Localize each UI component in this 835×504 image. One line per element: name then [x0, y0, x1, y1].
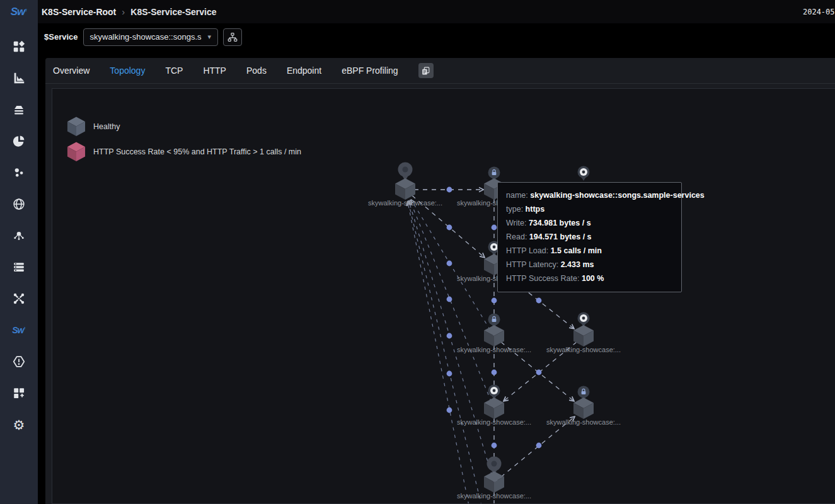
alert-icon — [12, 355, 26, 369]
node-h[interactable]: skywalking-showcase:... — [546, 386, 621, 427]
tooltip-value: 100 % — [582, 274, 604, 283]
healthy-cube-icon — [67, 116, 86, 137]
tooltip-row: HTTP Success Rate: 100 % — [506, 272, 673, 285]
tab-topology[interactable]: Topology — [110, 66, 145, 76]
service-label: $Service — [44, 32, 78, 42]
legend-label: HTTP Success Rate < 95% and HTTP Traffic… — [93, 147, 301, 156]
tooltip-value: https — [526, 205, 545, 214]
sidebar-item-layers[interactable] — [0, 94, 38, 125]
node-gateway[interactable]: skywalking-showcase:... — [368, 163, 442, 207]
chevron-down-icon: ▾ — [208, 33, 212, 41]
legend-item-alert: HTTP Success Rate < 95% and HTTP Traffic… — [67, 139, 301, 164]
tooltip-label: HTTP Success Rate: — [506, 274, 579, 283]
sidebar-item-pie[interactable] — [0, 125, 38, 157]
alert-cube-icon — [67, 141, 86, 163]
gear-icon: ⚙ — [13, 418, 25, 432]
network-icon — [12, 292, 26, 306]
server-list-icon — [12, 260, 26, 274]
edge-i-a[interactable] — [409, 202, 494, 483]
service-select[interactable]: skywalking-showcase::songs.s ▾ — [83, 28, 219, 46]
cluster-icon — [12, 166, 26, 180]
skywalking-icon: Sw — [12, 325, 23, 335]
node-f[interactable]: skywalking-showcase:... — [546, 312, 621, 354]
sidebar-item-settings[interactable]: ⚙ — [0, 409, 38, 440]
legend-label: Healthy — [93, 122, 120, 131]
pie-chart-icon — [12, 134, 26, 148]
sidebar-item-globe[interactable] — [0, 188, 38, 220]
tab-http[interactable]: HTTP — [203, 66, 226, 76]
copy-dashboard-button[interactable] — [418, 63, 434, 78]
widgets-add-icon — [12, 386, 26, 400]
sidebar-item-cluster[interactable] — [0, 157, 38, 188]
tooltip-label: HTTP Load: — [506, 246, 548, 255]
node-i[interactable]: skywalking-showcase:... — [457, 457, 531, 500]
sidebar: Sw’ ⚙ — [0, 23, 38, 504]
node-label: skywalking-showcase:... — [457, 418, 531, 426]
node-e[interactable]: skywalking-showcase:... — [457, 314, 531, 354]
copy-icon — [421, 66, 430, 76]
topology-canvas[interactable]: Healthy HTTP Success Rate < 95% and HTTP… — [52, 88, 835, 504]
tooltip-value: 1.5 calls / min — [551, 246, 602, 255]
sidebar-item-dashboards[interactable] — [0, 31, 38, 62]
tooltip-value: 734.981 bytes / s — [529, 219, 591, 227]
service-panel: Overview Topology TCP HTTP Pods Endpoint… — [45, 58, 835, 504]
tooltip-value: skywalking-showcase::songs.sample-servic… — [530, 191, 705, 200]
tooltip-label: name: — [506, 191, 528, 200]
tooltip-label: HTTP Latency: — [506, 260, 558, 269]
tab-overview[interactable]: Overview — [53, 66, 89, 76]
node-hidden-behind-tooltip[interactable] — [578, 166, 590, 181]
tab-tcp[interactable]: TCP — [165, 66, 183, 76]
sidebar-item-network[interactable] — [0, 283, 38, 314]
tooltip-value: 2.433 ms — [561, 260, 594, 269]
node-label: skywalking-showcase:... — [457, 492, 531, 500]
tooltip-row: name: skywalking-showcase::songs.sample-… — [506, 188, 673, 202]
tab-pods[interactable]: Pods — [246, 66, 267, 76]
service-select-value: skywalking-showcase::songs.s — [90, 32, 202, 42]
layers-icon — [12, 103, 26, 117]
tooltip-value: 194.571 bytes / s — [529, 232, 592, 241]
apps-icon — [12, 40, 26, 54]
chevron-right-icon: › — [122, 6, 125, 17]
time-range-value[interactable]: 2024-05-1 — [803, 8, 835, 16]
node-g[interactable]: skywalking-showcase:... — [457, 385, 531, 427]
sidebar-item-topology-3d[interactable] — [0, 220, 38, 251]
tooltip-label: Read: — [506, 232, 527, 241]
skywalking-logo: Sw — [11, 6, 25, 18]
edge-i-h[interactable] — [494, 417, 574, 483]
tab-endpoint[interactable]: Endpoint — [287, 66, 321, 76]
tooltip-row: type: https — [506, 202, 673, 216]
topology-3d-icon — [12, 229, 26, 243]
breadcrumb-current[interactable]: K8S-Service-Service — [130, 7, 216, 17]
sidebar-item-metrics[interactable] — [0, 62, 38, 94]
logo-swoosh: ’ — [23, 326, 25, 335]
globe-icon — [12, 197, 26, 211]
edge-e-a[interactable] — [412, 200, 494, 336]
bar-chart-icon — [12, 71, 26, 85]
breadcrumb-root[interactable]: K8S-Service-Root — [42, 7, 116, 17]
sidebar-item-services-list[interactable] — [0, 251, 38, 283]
legend-item-healthy: Healthy — [67, 114, 301, 139]
node-label: skywalking-showcase:... — [457, 346, 531, 353]
sitemap-icon — [227, 32, 238, 43]
tooltip-row: HTTP Load: 1.5 calls / min — [506, 244, 673, 258]
edge-g-a[interactable] — [410, 201, 494, 409]
logo-swoosh: ’ — [25, 6, 27, 17]
sidebar-item-skywalking[interactable]: Sw’ — [0, 314, 38, 346]
tooltip-row: Read: 194.571 bytes / s — [506, 230, 673, 244]
tooltip-row: HTTP Latency: 2.433 ms — [506, 258, 673, 272]
edge-metrics-tooltip: name: skywalking-showcase::songs.sample-… — [497, 182, 682, 292]
tab-bar: Overview Topology TCP HTTP Pods Endpoint… — [45, 58, 835, 84]
node-label: skywalking-showcase:... — [546, 418, 621, 426]
tooltip-row: Write: 734.981 bytes / s — [506, 216, 673, 230]
service-toolbar: $Service skywalking-showcase::songs.s ▾ — [38, 23, 835, 50]
sidebar-item-add-widget[interactable] — [0, 377, 38, 409]
node-label: skywalking-showcase:... — [546, 346, 621, 353]
tooltip-label: type: — [506, 205, 523, 214]
topology-legend: Healthy HTTP Success Rate < 95% and HTTP… — [67, 114, 301, 164]
node-label: skywalking-showcase:... — [368, 199, 442, 207]
tab-ebpf-profiling[interactable]: eBPF Profiling — [342, 66, 398, 76]
breadcrumb: K8S-Service-Root › K8S-Service-Service — [38, 6, 216, 17]
sidebar-item-alerts[interactable] — [0, 346, 38, 377]
app-logo[interactable]: Sw’ — [0, 0, 38, 23]
hierarchy-button[interactable] — [223, 28, 242, 46]
